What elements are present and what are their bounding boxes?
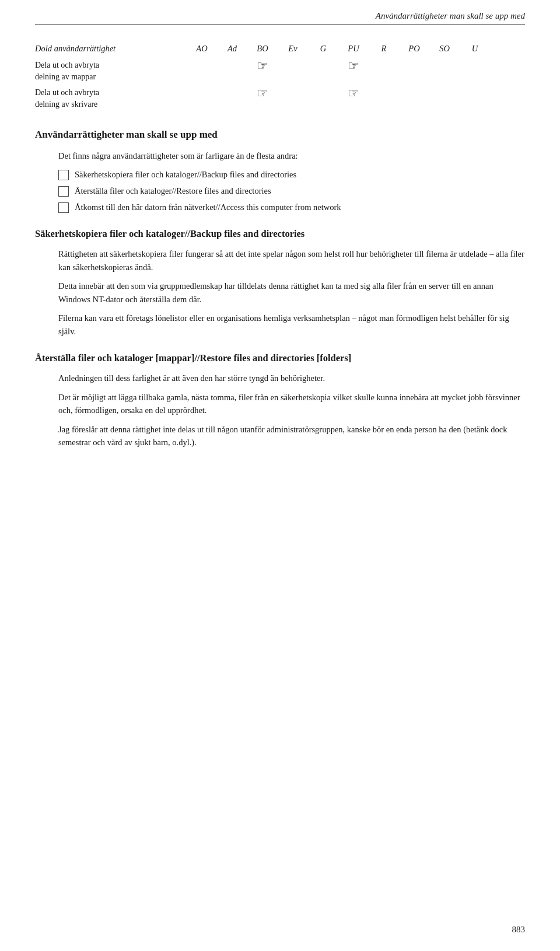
col-header: Ev xyxy=(278,44,308,54)
column-label: Dold användarrättighet xyxy=(35,44,187,54)
paragraph-restore-1: Det är möjligt att lägga tillbaka gamla,… xyxy=(58,391,525,417)
row-cells: ☞☞ xyxy=(187,87,525,101)
col-header: U xyxy=(460,44,490,54)
hand-icon: ☞ xyxy=(348,58,359,73)
col-header: G xyxy=(308,44,338,54)
row-label: Dela ut och avbrytadelning av skrivare xyxy=(35,87,187,110)
hand-icon: ☞ xyxy=(348,86,359,100)
bullet-text: Återställa filer och kataloger//Restore … xyxy=(75,185,525,197)
sections-container: Säkerhetskopiera filer och kataloger//Ba… xyxy=(35,228,525,449)
col-header: R xyxy=(369,44,399,54)
paragraph-backup-1: Detta innebär att den som via gruppmedle… xyxy=(58,279,525,306)
main-section: Användarrättigheter man skall se upp med… xyxy=(35,128,525,214)
bullet-text: Åtkomst till den här datorn från nätverk… xyxy=(75,201,525,214)
page-header: Användarrättigheter man skall se upp med xyxy=(35,0,525,25)
section-heading-restore: Återställa filer och kataloger [mappar]/… xyxy=(35,352,525,365)
intro-text: Det finns några användarrättigheter som … xyxy=(58,150,525,163)
bullet-item: Åtkomst till den här datorn från nätverk… xyxy=(58,201,525,214)
paragraph-backup-0: Rättigheten att säkerhetskopiera filer f… xyxy=(58,247,525,274)
table-rows: Dela ut och avbrytadelning av mappar☞☞De… xyxy=(35,60,525,110)
column-headers: AOAdBOEvGPURPOSOU xyxy=(187,44,525,54)
paragraph-restore-0: Anledningen till dess farlighet är att ä… xyxy=(58,372,525,384)
table-row: Dela ut och avbrytadelning av skrivare☞☞ xyxy=(35,87,525,110)
bullet-list: Säkerhetskopiera filer och kataloger//Ba… xyxy=(58,169,525,214)
table-cell: ☞ xyxy=(247,60,278,74)
col-header: PU xyxy=(338,44,369,54)
table-row: Dela ut och avbrytadelning av mappar☞☞ xyxy=(35,60,525,82)
section-heading-backup: Säkerhetskopiera filer och kataloger//Ba… xyxy=(35,228,525,240)
row-label: Dela ut och avbrytadelning av mappar xyxy=(35,60,187,82)
table-section: Dold användarrättighet AOAdBOEvGPURPOSOU… xyxy=(35,44,525,110)
page-number: 883 xyxy=(512,925,526,935)
table-cell: ☞ xyxy=(338,87,369,101)
page-container: Användarrättigheter man skall se upp med… xyxy=(0,0,560,951)
col-header: AO xyxy=(187,44,217,54)
section-restore: Återställa filer och kataloger [mappar]/… xyxy=(35,352,525,449)
table-cell: ☞ xyxy=(247,87,278,101)
row-cells: ☞☞ xyxy=(187,60,525,74)
hand-icon: ☞ xyxy=(257,86,268,100)
page-title: Användarrättigheter man skall se upp med xyxy=(376,11,525,20)
bullet-checkbox xyxy=(58,170,69,180)
bullet-item: Säkerhetskopiera filer och kataloger//Ba… xyxy=(58,169,525,181)
paragraph-restore-2: Jag föreslår att denna rättighet inte de… xyxy=(58,423,525,449)
col-header: BO xyxy=(247,44,278,54)
table-cell: ☞ xyxy=(338,60,369,74)
bullet-checkbox xyxy=(58,202,69,213)
bullet-item: Återställa filer och kataloger//Restore … xyxy=(58,185,525,197)
paragraph-backup-2: Filerna kan vara ett företags lönelistor… xyxy=(58,312,525,338)
section-backup: Säkerhetskopiera filer och kataloger//Ba… xyxy=(35,228,525,338)
col-header: PO xyxy=(399,44,429,54)
bullet-checkbox xyxy=(58,186,69,197)
table-title-row: Dold användarrättighet AOAdBOEvGPURPOSOU xyxy=(35,44,525,54)
hand-icon: ☞ xyxy=(257,58,268,73)
col-header: SO xyxy=(429,44,460,54)
bullet-text: Säkerhetskopiera filer och kataloger//Ba… xyxy=(75,169,525,181)
col-header: Ad xyxy=(217,44,247,54)
main-heading: Användarrättigheter man skall se upp med xyxy=(35,128,525,142)
